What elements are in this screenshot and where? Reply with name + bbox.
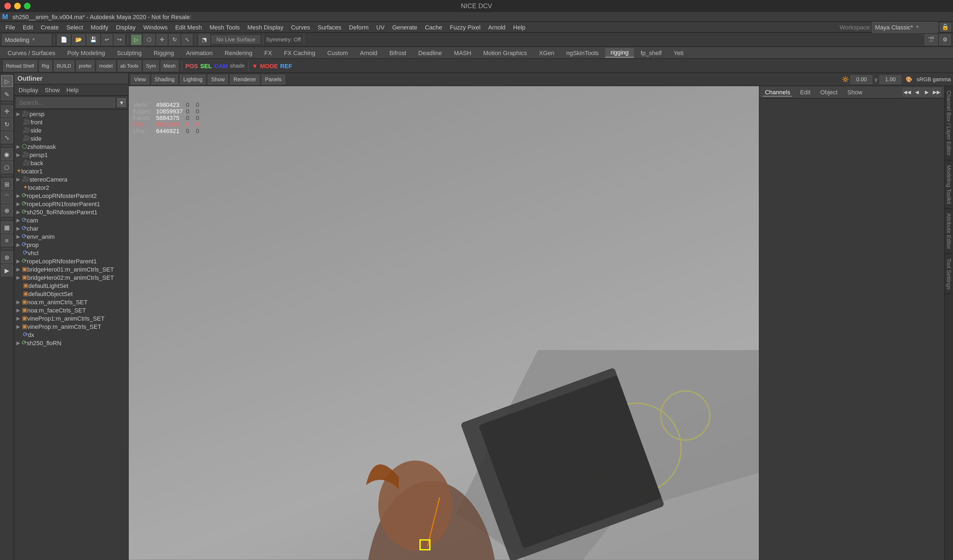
select-tool-icon[interactable]: ▷ [1, 75, 13, 87]
ol-item-sh250florn[interactable]: ▶ ⟳ sh250_floRN [14, 339, 128, 347]
ol-item-stereocamera[interactable]: ▶ 🎥 stereoCamera [14, 175, 128, 183]
maximize-button[interactable] [24, 3, 31, 9]
ch-tab-edit[interactable]: Edit [798, 88, 813, 96]
mode-dropdown[interactable]: Modeling ▼ [2, 34, 51, 45]
ch-tab-object[interactable]: Object [818, 88, 840, 96]
gamma-input[interactable] [879, 75, 901, 84]
save-file-btn[interactable]: 💾 [87, 34, 100, 45]
tab-curves-surfaces[interactable]: Curves / Surfaces [2, 48, 61, 57]
close-button[interactable] [5, 3, 11, 9]
snap-curve-icon[interactable]: ⌒ [1, 191, 13, 203]
rigging-icon[interactable]: ⊛ [1, 251, 13, 264]
ol-item-vineprop1[interactable]: ▶ ▣ vineProp1:m_animCtrls_SET [14, 314, 128, 322]
mesh-btn[interactable]: Mesh [161, 60, 178, 71]
exposure-input[interactable] [851, 75, 872, 84]
menu-cache[interactable]: Cache [422, 23, 445, 31]
menu-deform[interactable]: Deform [346, 23, 372, 31]
menu-windows[interactable]: Windows [140, 23, 171, 31]
rig-btn[interactable]: Rig [39, 60, 52, 71]
vert-label-channel-box[interactable]: Channel Box / Layer Editor [945, 86, 953, 161]
outliner-tab-display[interactable]: Display [16, 86, 40, 94]
soft-select-icon[interactable]: ◉ [1, 148, 13, 160]
menu-meshdisplay[interactable]: Mesh Display [244, 23, 287, 31]
tab-rendering[interactable]: Rendering [219, 48, 258, 57]
tab-rigging[interactable]: Rigging [148, 48, 179, 57]
vp-show-menu[interactable]: Show [208, 74, 228, 84]
ol-item-bridgehero02[interactable]: ▶ ▣ bridgeHero02:m_animCtrls_SET [14, 273, 128, 281]
scale-tool-icon[interactable]: ⤡ [1, 132, 13, 143]
menu-uv[interactable]: UV [373, 23, 388, 31]
ol-item-sh250flo[interactable]: ▶ ⟳ sh250_floRNfosterParent1 [14, 208, 128, 216]
render-region-icon[interactable]: ▦ [1, 221, 13, 233]
workspace-lock-icon[interactable]: 🔒 [940, 23, 951, 31]
lasso-tool-btn[interactable]: ⬡ [143, 34, 155, 45]
prefer-btn[interactable]: prefer [76, 60, 94, 71]
render-btn[interactable]: ⚙ [939, 34, 951, 45]
tab-yeti[interactable]: Yeti [668, 48, 689, 57]
menu-editmesh[interactable]: Edit Mesh [172, 23, 205, 31]
tab-fx[interactable]: FX [259, 48, 277, 57]
tab-ngskintools[interactable]: ngSkinTools [561, 48, 604, 57]
menu-curves[interactable]: Curves [288, 23, 313, 31]
move-tool-icon[interactable]: ✛ [1, 105, 13, 117]
tab-poly-modeling[interactable]: Poly Modeling [62, 48, 110, 57]
vert-label-modeling-toolkit[interactable]: Modeling Toolkit [945, 161, 953, 209]
ol-item-vineprop[interactable]: ▶ ▣ vineProp:m_animCtrls_SET [14, 322, 128, 330]
ch-nav-btn-1[interactable]: ◀◀ [903, 88, 911, 96]
tab-rigging-active[interactable]: rigging [605, 48, 634, 57]
ol-item-locator2[interactable]: ✦ locator2 [14, 183, 128, 191]
ol-item-bridgehero01[interactable]: ▶ ▣ bridgeHero01:m_animCtrls_SET [14, 265, 128, 273]
ol-item-zshotmask[interactable]: ▶ ⬡ zshotmask [14, 142, 128, 150]
outliner-search-input[interactable] [16, 98, 115, 107]
outliner-tab-help[interactable]: Help [64, 86, 81, 94]
ol-item-vhcl[interactable]: ⟳ vhcl [14, 249, 128, 257]
menu-edit[interactable]: Edit [19, 23, 36, 31]
snap-grid-icon[interactable]: ⊞ [1, 178, 13, 190]
vp-renderer-menu[interactable]: Renderer [230, 74, 259, 84]
animation-icon[interactable]: ▶ [1, 264, 13, 276]
vp-shading-menu[interactable]: Shading [151, 74, 178, 84]
ol-item-noaface[interactable]: ▶ ▣ noa:m_faceCtrls_SET [14, 306, 128, 314]
undo-btn[interactable]: ↩ [101, 34, 112, 45]
tab-custom[interactable]: Custom [322, 48, 353, 57]
ol-item-persp[interactable]: ▶ 🎥 persp [14, 110, 128, 118]
vp-view-menu[interactable]: View [131, 74, 149, 84]
ol-item-defaultobjectset[interactable]: ▣ defaultObjectSet [14, 290, 128, 298]
outliner-tab-show[interactable]: Show [42, 86, 62, 94]
vert-label-attribute-editor[interactable]: Attribute Editor [945, 209, 953, 254]
move-tool-btn[interactable]: ✛ [157, 34, 168, 45]
tab-fp-shelf[interactable]: fp_shelf [635, 48, 667, 57]
ol-item-noaanim[interactable]: ▶ ▣ noa:m_animCtrls_SET [14, 298, 128, 306]
redo-btn[interactable]: ↪ [114, 34, 125, 45]
snap-point-icon[interactable]: ⊕ [1, 205, 13, 216]
open-file-btn[interactable]: 📂 [72, 34, 85, 45]
rotate-tool-btn[interactable]: ↻ [169, 34, 180, 45]
ol-item-envranim[interactable]: ▶ ⟳ envr_anim [14, 232, 128, 240]
vp-lighting-menu[interactable]: Lighting [180, 74, 206, 84]
menu-surfaces[interactable]: Surfaces [314, 23, 345, 31]
ch-tab-channels[interactable]: Channels [763, 88, 792, 96]
scale-tool-btn[interactable]: ⤡ [182, 34, 192, 45]
minimize-button[interactable] [14, 3, 21, 9]
menu-fuzzypixel[interactable]: Fuzzy Pixel [447, 23, 484, 31]
workspace-selector[interactable]: Maya Classic* ▼ [872, 22, 938, 33]
new-file-btn[interactable]: 📄 [57, 34, 70, 45]
ol-item-top[interactable]: 🎥 front [14, 118, 128, 126]
sym-btn[interactable]: Sym [143, 60, 159, 71]
outliner-content[interactable]: ▶ 🎥 persp 🎥 front 🎥 side 🎥 side ▶ ⬡ zsho… [14, 110, 128, 560]
viewport-canvas[interactable]: Verts: 4980423 0 0 Edges: 10859937 0 0 [129, 86, 759, 560]
ol-item-roperefn2[interactable]: ▶ ⟳ ropeLoopRNfosterParent2 [14, 191, 128, 200]
ab-tools-btn[interactable]: ab Tools [118, 60, 141, 71]
paint-tool-icon[interactable]: ✎ [1, 88, 13, 100]
tab-deadline[interactable]: Deadline [413, 48, 447, 57]
ol-item-dx[interactable]: ⟳ dx [14, 330, 128, 339]
menu-help[interactable]: Help [510, 23, 529, 31]
render-settings-btn[interactable]: 🎬 [925, 34, 938, 45]
menu-select[interactable]: Select [63, 23, 86, 31]
ch-tab-show[interactable]: Show [845, 88, 865, 96]
menu-meshtools[interactable]: Mesh Tools [206, 23, 243, 31]
menu-arnold[interactable]: Arnold [485, 23, 509, 31]
ol-item-ropelooprnfoster1[interactable]: ▶ ⟳ ropeLoopRNfosterParent1 [14, 257, 128, 265]
vp-panels-menu[interactable]: Panels [262, 74, 285, 84]
search-expand-btn[interactable]: ▼ [117, 98, 126, 107]
